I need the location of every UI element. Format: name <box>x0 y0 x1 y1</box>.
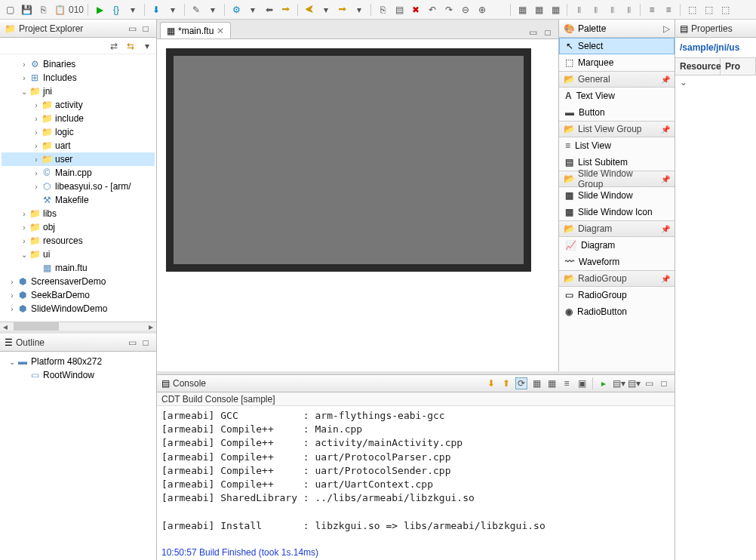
minimize-icon[interactable]: ▭ <box>126 23 138 35</box>
expand-arrow-icon[interactable]: ⌄ <box>20 251 29 259</box>
properties-col-resource[interactable]: Resource <box>675 58 721 75</box>
minimize-icon[interactable]: ▭ <box>527 26 539 38</box>
tree-item[interactable]: ›⬡libeasyui.so - [arm/ <box>2 180 155 193</box>
tree-item[interactable]: ▭RootWindow <box>2 368 155 382</box>
expand-arrow-icon[interactable]: › <box>20 60 29 69</box>
wand-button[interactable]: ✎ <box>189 3 203 17</box>
display-icon[interactable]: ≡ <box>561 377 573 389</box>
tree-item[interactable]: ›⊞Includes <box>2 71 155 85</box>
palette-group-header[interactable]: 📂General📌 <box>559 71 675 88</box>
tree-item[interactable]: ⚒Makefile <box>2 193 155 207</box>
collapse-all-icon[interactable]: ⇄ <box>108 40 120 52</box>
pin-icon[interactable]: 📌 <box>661 125 670 134</box>
zoom-out-button[interactable]: ⊖ <box>459 3 472 17</box>
editor-tab-main-ftu[interactable]: ▦ *main.ftu ✕ <box>160 22 231 38</box>
dropdown-button[interactable]: ▾ <box>246 3 260 17</box>
redo-button[interactable]: ↷ <box>442 3 456 17</box>
properties-row[interactable]: ⌄ <box>675 75 756 89</box>
expand-arrow-icon[interactable]: › <box>32 142 41 150</box>
horizontal-scrollbar[interactable]: ◂ ▸ <box>0 322 156 331</box>
tree-item[interactable]: ›📁user <box>2 152 155 166</box>
expand-arrow-icon[interactable]: › <box>32 101 41 109</box>
pin-icon[interactable]: 📌 <box>661 275 670 283</box>
tree-item[interactable]: ⌄▬Platform 480x272 <box>2 355 155 368</box>
dist1-button[interactable]: ≡ <box>645 3 659 17</box>
tree-item[interactable]: ›📁obj <box>2 220 155 234</box>
scroll-up-icon[interactable]: ⬆ <box>500 377 512 389</box>
maximize-icon[interactable]: □ <box>658 377 670 389</box>
expand-arrow-icon[interactable]: › <box>20 223 29 232</box>
tree-item[interactable]: ›⚙Binaries <box>2 57 155 71</box>
expand-arrow-icon[interactable]: › <box>20 237 29 245</box>
tree-item[interactable]: ›📁libs <box>2 207 155 220</box>
tree-item[interactable]: ›📁activity <box>2 98 155 112</box>
expand-arrow-icon[interactable]: › <box>32 115 41 123</box>
palette-group-header[interactable]: 📂List View Group📌 <box>559 121 675 137</box>
run-button[interactable]: ▶ <box>93 3 106 17</box>
copy-button[interactable]: ⎘ <box>376 3 389 17</box>
palette-item[interactable]: ◉RadioButton <box>559 303 675 320</box>
blank-button[interactable] <box>492 3 506 17</box>
pin-icon[interactable]: 📌 <box>661 75 670 84</box>
palette-item[interactable]: ▭RadioGroup <box>559 287 675 303</box>
expand-arrow-icon[interactable]: › <box>20 74 29 82</box>
binary-button[interactable]: 010 <box>69 3 83 17</box>
dropdown-button[interactable]: ▾ <box>319 3 333 17</box>
open-console-icon[interactable]: ▸ <box>598 377 610 389</box>
tree-item[interactable]: ›📁resources <box>2 234 155 248</box>
palette-item[interactable]: 〰Waveform <box>559 254 675 270</box>
expand-arrow-icon[interactable]: › <box>8 291 17 300</box>
align3-button[interactable]: ⫴ <box>605 3 619 17</box>
dropdown-button[interactable]: ▾ <box>206 3 220 17</box>
tree-item[interactable]: ⌄📁jni <box>2 85 155 98</box>
palette-group-header[interactable]: 📂RadioGroup📌 <box>559 270 675 287</box>
minimize-icon[interactable]: ▭ <box>643 377 655 389</box>
x-red-button[interactable]: ✖ <box>409 3 423 17</box>
palette-item[interactable]: AText View <box>559 88 675 104</box>
dist2-button[interactable]: ≡ <box>662 3 675 17</box>
properties-col-property[interactable]: Pro <box>721 58 756 75</box>
lock-scroll-icon[interactable]: ⟳ <box>515 377 527 389</box>
size3-button[interactable]: ⬚ <box>718 3 732 17</box>
tree-item[interactable]: ›©Main.cpp <box>2 166 155 180</box>
console-output[interactable]: [armeabi] GCC : arm-flythings-eabi-gcc [… <box>157 406 675 560</box>
debug-button[interactable]: {} <box>109 3 123 17</box>
tree-item[interactable]: ›⬢ScreensaverDemo <box>2 275 155 288</box>
minimize-icon[interactable]: ▭ <box>126 337 138 349</box>
link-editor-icon[interactable]: ⇆ <box>124 40 137 52</box>
undo-button[interactable]: ↶ <box>426 3 439 17</box>
back-button[interactable]: ⬅ <box>263 3 276 17</box>
zoom-in-button[interactable]: ⊕ <box>475 3 489 17</box>
maximize-icon[interactable]: □ <box>140 23 152 35</box>
size1-button[interactable]: ⬚ <box>685 3 699 17</box>
tree-item[interactable]: ›⬢SeekBarDemo <box>2 288 155 302</box>
dropdown-button[interactable]: ▾ <box>352 3 366 17</box>
torch-button[interactable]: ⚙ <box>229 3 243 17</box>
save-button[interactable]: 💾 <box>20 3 33 17</box>
align2-button[interactable]: ⫴ <box>589 3 602 17</box>
palette-item[interactable]: ▦Slide Window <box>559 187 675 204</box>
palette-item[interactable]: ≡List View <box>559 137 675 154</box>
tree-item[interactable]: ›⬢SlideWindowDemo <box>2 302 155 315</box>
new-console-icon[interactable]: ▤▾ <box>628 377 640 389</box>
expand-arrow-icon[interactable]: › <box>32 169 41 177</box>
expand-arrow-icon[interactable]: › <box>8 305 17 313</box>
pin-icon[interactable]: 📌 <box>661 175 670 183</box>
tree-item[interactable]: ›📁include <box>2 112 155 125</box>
close-tab-icon[interactable]: ✕ <box>217 26 224 36</box>
view-menu-icon[interactable]: ▾ <box>141 40 153 52</box>
palette-tool-marquee[interactable]: ⬚Marquee <box>559 54 675 71</box>
palette-group-header[interactable]: 📂Diagram📌 <box>559 220 675 237</box>
maximize-icon[interactable]: □ <box>140 337 152 349</box>
tree-item[interactable]: ›📁uart <box>2 139 155 152</box>
dropdown-button[interactable]: ▾ <box>126 3 140 17</box>
doc-button[interactable]: ▤ <box>392 3 406 17</box>
save-all-button[interactable]: ⎘ <box>36 3 50 17</box>
palette-group-header[interactable]: 📂Slide Window Group📌 <box>559 171 675 187</box>
expand-arrow-icon[interactable]: › <box>8 278 17 286</box>
size2-button[interactable]: ⬚ <box>702 3 715 17</box>
palette-item[interactable]: 📈Diagram <box>559 237 675 254</box>
scroll-down-icon[interactable]: ⬇ <box>485 377 497 389</box>
fwd-yellow-button[interactable]: ⮕ <box>336 3 349 17</box>
dropdown-button[interactable]: ▾ <box>166 3 180 17</box>
